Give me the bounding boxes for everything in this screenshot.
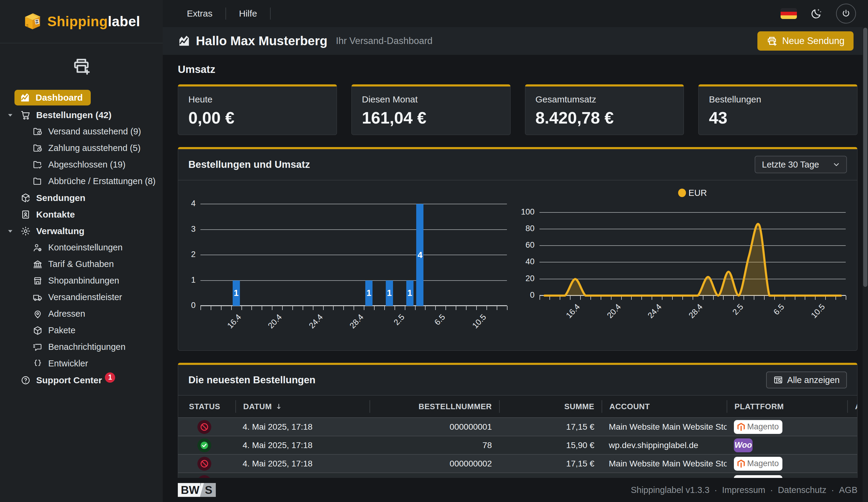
y-axis-tick: 2 xyxy=(191,250,196,259)
sidebar-item-abgeschlossen-19[interactable]: Abgeschlossen (19) xyxy=(0,156,163,173)
cancelled-icon xyxy=(199,422,209,432)
folder-alert-icon xyxy=(32,126,43,137)
sidebar-item-tarif-guthaben[interactable]: Tarif & Guthaben xyxy=(0,256,163,272)
column-header-account[interactable]: ACCOUNT xyxy=(601,400,727,413)
order-row-000000002[interactable]: 4. Mai 2025, 17:1800000000217,15 €Main W… xyxy=(178,454,857,472)
footer-link-datenschutz[interactable]: Datenschutz xyxy=(778,485,826,495)
stat-card-bestellungen: Bestellungen43 xyxy=(698,84,857,135)
cell-datum: 4. Mai 2025, 17:18 xyxy=(235,440,370,450)
status-payment-pending-icon xyxy=(197,475,211,478)
sidebar-item-label: Versand ausstehend (9) xyxy=(48,127,141,136)
stat-card-label: Heute xyxy=(188,94,327,105)
sidebar-item-abbrüche-erstattungen-8[interactable]: Abbrüche / Erstattungen (8) xyxy=(0,173,163,189)
footer-link-agb[interactable]: AGB xyxy=(839,485,857,495)
revenue-line-chart: EUR02040608010016.420.424.428.42.56.510.… xyxy=(521,185,847,342)
brand-logo[interactable]: Shippinglabel xyxy=(0,0,163,43)
column-header-number[interactable]: BESTELLNUMMER xyxy=(370,400,499,413)
storefront-icon xyxy=(32,275,43,286)
cell-datum: 4. Mai 2025, 17:18 xyxy=(235,422,370,432)
cancelled-icon xyxy=(199,459,209,469)
chevron-down-icon xyxy=(832,160,841,169)
orders-bar-chart: 0123416.4120.424.428.4112.5146.510.5 xyxy=(182,185,508,342)
topbar-item-hilfe[interactable]: Hilfe xyxy=(226,9,270,19)
orders-panel-title: Die neuesten Bestellungen xyxy=(188,374,316,386)
page-title: Hallo Max Musterberg xyxy=(196,34,327,48)
sidebar-item-adressen[interactable]: Adressen xyxy=(0,305,163,322)
chart-icon xyxy=(178,35,190,47)
sidebar-item-bestellungen-42[interactable]: Bestellungen (42) xyxy=(0,107,163,123)
footer-link-impressum[interactable]: Impressum xyxy=(722,485,765,495)
column-header-datum[interactable]: DATUM xyxy=(235,400,370,413)
sidebar-item-kontoeinstellungen[interactable]: Kontoeinstellungen xyxy=(0,239,163,256)
stat-card-heute: Heute0,00 € xyxy=(178,84,337,135)
sidebar-item-label: Kontoeinstellungen xyxy=(48,242,123,252)
order-row-000000005[interactable]: 4. Mai 2025, 17:1800000000534,64 €Main W… xyxy=(178,472,857,478)
order-row-78[interactable]: 4. Mai 2025, 17:187815,90 €wp.dev.shippi… xyxy=(178,436,857,454)
bws-logo[interactable]: BWS xyxy=(178,483,216,497)
sidebar-item-label: Entwickler xyxy=(48,358,88,368)
column-header-platform[interactable]: PLATTFORM xyxy=(727,400,847,413)
sidebar-item-kontakte[interactable]: Kontakte xyxy=(0,206,163,223)
stat-cards: Heute0,00 €Diesen Monat161,04 €Gesamtums… xyxy=(178,84,857,135)
sidebar-item-label: Benachrichtigungen xyxy=(48,342,125,352)
topbar-icons xyxy=(781,4,856,23)
chart-legend[interactable]: EUR xyxy=(538,185,847,200)
cell-sum: 17,15 € xyxy=(499,422,601,432)
status-cancelled-icon xyxy=(197,457,211,471)
caret-down-icon xyxy=(6,111,14,119)
sidebar-item-zahlung-ausstehend-5[interactable]: Zahlung ausstehend (5) xyxy=(0,140,163,156)
support-count-badge: 1 xyxy=(105,373,115,383)
sidebar-item-label: Bestellungen (42) xyxy=(36,110,112,120)
scrollbar-thumb[interactable] xyxy=(863,28,867,287)
bar-3.5: 1 xyxy=(406,281,413,306)
topbar-item-extras[interactable]: Extras xyxy=(181,9,225,19)
caret-down-icon xyxy=(6,227,14,235)
power-icon[interactable] xyxy=(836,4,856,23)
new-shipment-shortcut-button[interactable] xyxy=(68,52,95,80)
legend-label: EUR xyxy=(688,188,707,198)
sidebar-item-label: Abgeschlossen (19) xyxy=(48,160,125,170)
sidebar-item-dashboard[interactable]: Dashboard xyxy=(14,90,91,105)
bar-1.5: 1 xyxy=(386,281,393,306)
folder-icon xyxy=(32,176,43,187)
sidebar-item-support-center[interactable]: Support Center1 xyxy=(0,372,163,388)
magento-badge: Magento xyxy=(734,420,783,434)
y-axis-tick: 20 xyxy=(525,274,534,283)
sidebar-item-versand-ausstehend-9[interactable]: Versand ausstehend (9) xyxy=(0,123,163,140)
magento-icon xyxy=(736,422,746,432)
new-shipment-button[interactable]: Neue Sendung xyxy=(757,31,854,51)
view-all-button[interactable]: Alle anzeigen xyxy=(766,372,847,388)
sidebar-item-pakete[interactable]: Pakete xyxy=(0,322,163,339)
sidebar-item-sendungen[interactable]: Sendungen xyxy=(0,189,163,206)
y-axis-tick: 3 xyxy=(191,224,196,234)
y-axis-tick: 0 xyxy=(530,291,534,300)
cell-number: 78 xyxy=(370,440,499,450)
cell-account: Main Website Main Website Sto... xyxy=(601,459,727,469)
column-header-status[interactable]: STATUS xyxy=(178,400,235,413)
person-gear-icon xyxy=(32,242,43,253)
sidebar-item-shopanbindungen[interactable]: Shopanbindungen xyxy=(0,272,163,289)
sidebar-item-entwickler[interactable]: Entwickler xyxy=(0,355,163,372)
help-circle-icon xyxy=(20,375,31,386)
german-flag-language-button[interactable] xyxy=(781,8,797,19)
sidebar-item-benachrichtigungen[interactable]: Benachrichtigungen xyxy=(0,339,163,355)
sidebar-item-versandienstleister[interactable]: Versandienstleister xyxy=(0,289,163,305)
sidebar-item-verwaltung[interactable]: Verwaltung xyxy=(0,223,163,239)
orders-revenue-chart-panel: Bestellungen und Umsatz Letzte 30 Tage 0… xyxy=(178,147,857,351)
order-row-000000001[interactable]: 4. Mai 2025, 17:1800000000117,15 €Main W… xyxy=(178,417,857,436)
magento-badge: Magento xyxy=(734,475,783,478)
chat-lines-icon xyxy=(32,342,43,353)
orders-table-body: 4. Mai 2025, 17:1800000000117,15 €Main W… xyxy=(178,417,857,478)
sidebar-menu: DashboardBestellungen (42)Versand ausste… xyxy=(0,90,163,388)
column-header-extra[interactable]: A xyxy=(847,400,857,413)
y-axis-tick: 60 xyxy=(525,240,534,250)
column-header-sum[interactable]: SUMME xyxy=(499,400,601,413)
date-range-select[interactable]: Letzte 30 Tage xyxy=(755,156,847,173)
moon-stars-icon[interactable] xyxy=(810,7,823,20)
page-scrollbar xyxy=(862,27,868,502)
sidebar-item-label: Shopanbindungen xyxy=(48,276,119,286)
stat-card-value: 43 xyxy=(709,108,847,127)
y-axis-tick: 40 xyxy=(525,257,534,267)
sidebar-item-label: Abbrüche / Erstattungen (8) xyxy=(48,176,156,186)
bar-16.4: 1 xyxy=(233,281,240,306)
